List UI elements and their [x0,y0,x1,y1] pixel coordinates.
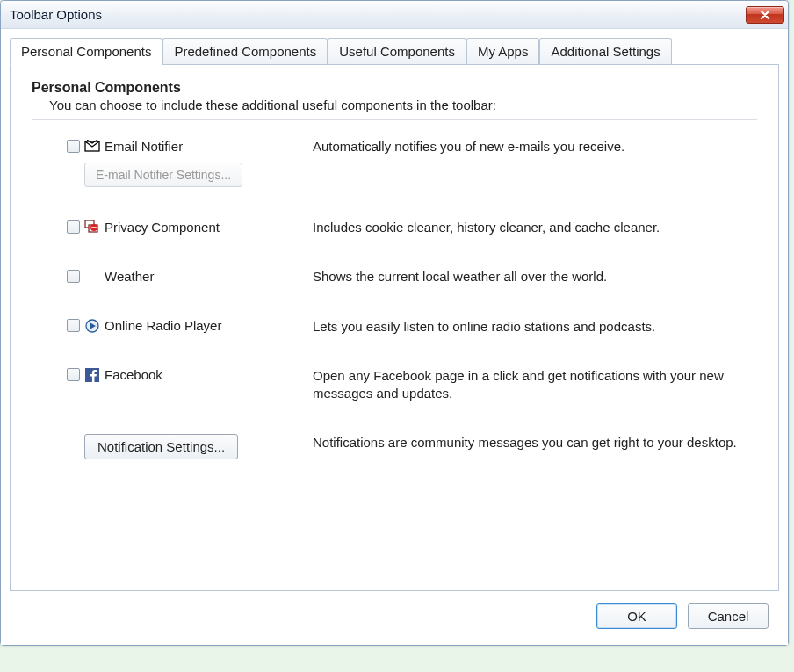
component-description: Lets you easily listen to online radio s… [313,318,757,336]
component-label: Privacy Component [105,220,220,235]
component-online-radio: Online Radio Player Lets you easily list… [67,318,757,336]
divider [32,119,757,120]
tab-additional-settings[interactable]: Additional Settings [539,38,671,64]
component-label: Email Notifier [105,139,183,154]
close-icon [760,11,770,19]
tab-personal-components[interactable]: Personal Components [10,38,162,65]
button-bar: OK Cancel [10,591,779,634]
component-left: Privacy Component [67,219,313,235]
component-description: Shows the current local weather all over… [313,268,757,285]
facebook-icon [83,367,101,383]
component-weather: Weather Shows the current local weather … [67,268,757,285]
section-description: You can choose to include these addition… [49,98,757,112]
cancel-button[interactable]: Cancel [688,603,769,629]
component-description: Includes cookie cleaner, history cleaner… [313,219,757,236]
checkbox-weather[interactable] [67,270,80,283]
tab-my-apps[interactable]: My Apps [466,38,540,64]
dialog-window: Toolbar Options Personal Components Pred… [0,0,789,646]
component-privacy: Privacy Component Includes cookie cleane… [67,219,757,236]
email-notifier-settings-button[interactable]: E-mail Notifier Settings... [84,163,242,187]
tab-panel: Personal Components You can choose to in… [10,64,779,591]
notification-description: Notifications are community messages you… [313,434,757,452]
ok-button[interactable]: OK [596,603,677,629]
section-title: Personal Components [32,80,757,96]
checkbox-online-radio-player[interactable] [67,319,80,332]
component-left: Facebook [67,367,313,383]
component-left: Weather [67,268,313,284]
checkbox-facebook[interactable] [67,368,80,381]
component-label: Weather [105,269,154,284]
svg-rect-4 [91,227,97,228]
component-description: Automatically notifies you of new e-mail… [313,138,757,155]
component-left: Online Radio Player [67,318,313,334]
privacy-icon [83,219,101,235]
component-email-notifier: Email Notifier E-mail Notifier Settings.… [67,138,757,187]
client-area: Personal Components Predefined Component… [1,29,788,645]
close-button[interactable] [746,6,784,24]
window-title: Toolbar Options [10,7,746,22]
notification-row: Notification Settings... Notifications a… [32,434,757,459]
component-facebook: Facebook Open any Facebook page in a cli… [67,367,757,403]
checkbox-email-notifier[interactable] [67,140,80,153]
component-description: Open any Facebook page in a click and ge… [313,367,757,403]
checkbox-privacy-component[interactable] [67,220,80,234]
tabstrip: Personal Components Predefined Component… [10,37,779,65]
component-label: Facebook [105,367,162,382]
component-list: Email Notifier E-mail Notifier Settings.… [32,138,757,402]
notification-settings-button[interactable]: Notification Settings... [84,434,238,459]
play-circle-icon [83,318,101,334]
component-left: Email Notifier E-mail Notifier Settings.… [67,138,313,187]
tab-predefined-components[interactable]: Predefined Components [162,38,328,64]
envelope-icon [83,138,101,154]
titlebar: Toolbar Options [1,1,788,29]
component-label: Online Radio Player [105,318,221,333]
tab-useful-components[interactable]: Useful Components [328,38,466,64]
weather-icon-placeholder [83,268,101,284]
